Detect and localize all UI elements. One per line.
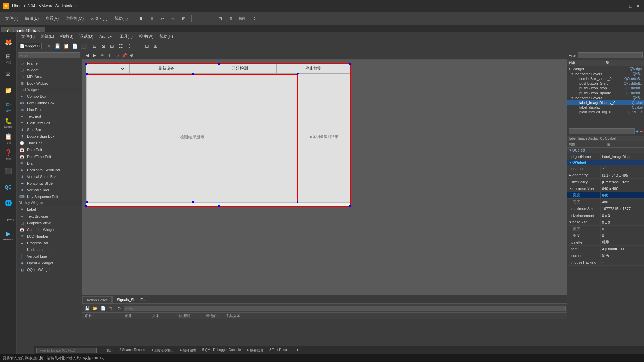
canvas-wrapper[interactable]: ▾ 刷新设备 开始检测 停止检测 xyxy=(82,60,567,295)
widget-item-fontcombo[interactable]: A▾ Font Combo Box xyxy=(17,100,82,106)
tree-item-btnstart[interactable]: pushButton_Start QPushButt... xyxy=(567,81,644,86)
menu-help[interactable]: 帮助(H) xyxy=(112,15,131,22)
qt-menu-file[interactable]: 文件(F) xyxy=(19,33,37,40)
widget-item-hslider[interactable]: ⬌ Horizontal Slider xyxy=(17,180,82,187)
widget-item-frame[interactable]: ▭ Frame xyxy=(17,60,82,67)
status-tab-compile[interactable]: 4 编译输出 xyxy=(177,348,199,353)
prop-mousetracking[interactable]: mouseTracking ✓ xyxy=(567,259,644,266)
widget-item-datetimeedit[interactable]: 📅 Date/Time Edit xyxy=(17,153,82,160)
widget-item-textedit[interactable]: ≡ Text Edit xyxy=(17,113,82,120)
widget-item-vscrollbar[interactable]: ⬍ Vertical Scroll Bar xyxy=(17,173,82,180)
prop-basewidth[interactable]: 宽度 0 xyxy=(567,226,644,232)
widget-item-mdi[interactable]: ⊟ MDI Area xyxy=(17,73,82,80)
bt-save[interactable]: 💾 xyxy=(84,305,90,312)
ct-back[interactable]: ◀ xyxy=(84,52,90,59)
tb-btn-3[interactable]: ↩ xyxy=(158,14,167,23)
widget-item-label[interactable]: A Label xyxy=(17,206,82,213)
prop-minimumsize[interactable]: ▾ minimumSize 640 x 480 xyxy=(567,185,644,192)
status-tab-issues[interactable]: 1 问题2 xyxy=(99,348,116,353)
props-filter-input[interactable] xyxy=(578,52,643,58)
sidebar-qt-opencv[interactable]: qt_opency xyxy=(1,212,16,227)
canvas-right-panel[interactable]: 显示图像识别结果 xyxy=(298,74,350,203)
tree-item-widget[interactable]: ▾ Widget QWidget xyxy=(567,66,644,71)
props-filter2-input[interactable] xyxy=(569,128,635,134)
canvas-btn-start[interactable]: 开始检测 xyxy=(203,64,277,73)
pause-button[interactable]: ⏸ xyxy=(136,14,146,23)
qt-menu-tools[interactable]: 工具(T) xyxy=(117,33,136,40)
tb-btn-4[interactable]: ↪ xyxy=(168,14,178,23)
tree-item-btnupdate[interactable]: pushButton_update QPushButt... xyxy=(567,90,644,95)
prop-palette[interactable]: palette 继承 xyxy=(567,239,644,246)
tb-btn-9[interactable]: ⊠ xyxy=(226,14,236,23)
design-canvas[interactable]: ▾ 刷新设备 开始检测 停止检测 xyxy=(86,63,351,207)
sidebar-email[interactable]: ✉ xyxy=(1,67,16,82)
prop-cat-qobject[interactable]: ▾ QObject xyxy=(567,148,644,153)
prop-enabled[interactable]: enabled ✓ xyxy=(567,165,644,172)
prop-baseheight[interactable]: 高度 0 xyxy=(567,232,644,239)
qt-tool-h[interactable]: ⊟ xyxy=(91,42,99,50)
prop-maximumsize[interactable]: maximumSize 16777215 x 1677... xyxy=(567,205,644,212)
ct-pin[interactable]: 📌 xyxy=(121,52,128,59)
close-button[interactable]: ✕ xyxy=(635,3,641,9)
qt-tool-close[interactable]: ✕ xyxy=(45,42,53,50)
widget-item-dock[interactable]: ⊞ Dock Widget xyxy=(17,80,82,87)
widget-item-progressbar[interactable]: ▰ Progress Bar xyxy=(17,240,82,246)
tree-item-hlayout2[interactable]: ▾ horizontalLayout_2 QHB... xyxy=(567,95,644,100)
sidebar-release[interactable]: ▶ Release xyxy=(1,228,16,243)
qt-tool-copy1[interactable]: 📋 xyxy=(62,42,70,50)
ct-text[interactable]: T xyxy=(106,52,113,59)
widget-item-hscrollbar[interactable]: ⬌ Horizontal Scroll Bar xyxy=(17,167,82,173)
tb-btn-6[interactable]: □ xyxy=(194,14,204,23)
qt-tool-v[interactable]: ⊠ xyxy=(99,42,107,50)
canvas-btn-stop[interactable]: 停止检测 xyxy=(277,64,350,73)
canvas-left-panel[interactable]: 检测结果显示 xyxy=(86,74,298,203)
tree-item-label-imagedisplay[interactable]: label_ImageDisplay_0 QLabel xyxy=(567,100,644,105)
status-search-input[interactable] xyxy=(36,348,97,353)
widget-item-doublespinbox[interactable]: ⬍ Double Spin Box xyxy=(17,133,82,140)
qt-tool-save[interactable]: 💾 xyxy=(53,42,61,50)
prop-geometry[interactable]: ▸ geometry {1,1}, 640 x 495 xyxy=(567,172,644,179)
qt-tool-more[interactable]: ⊞ xyxy=(152,42,160,50)
status-arrow[interactable]: ⬆ xyxy=(296,348,299,352)
ct-pencil[interactable]: ✏ xyxy=(99,52,106,59)
tree-item-btnstop[interactable]: pushButton_stop QPushButt... xyxy=(567,86,644,90)
widget-item-graphicsview[interactable]: ◫ Graphics View xyxy=(17,220,82,226)
maximize-button[interactable]: □ xyxy=(627,3,634,9)
widget-item-dateedit[interactable]: 📅 Date Edit xyxy=(17,146,82,153)
widget-item-combo[interactable]: ▾ Combo Box xyxy=(17,93,82,100)
prop-font[interactable]: font A [Ubuntu, 11] xyxy=(567,246,644,252)
widget-item-qquick[interactable]: ◧ QQuickWidget xyxy=(17,266,82,273)
minimize-button[interactable]: ─ xyxy=(620,3,627,9)
tb-btn-11[interactable]: ⛶ xyxy=(248,14,257,23)
canvas-btn-refresh[interactable]: 刷新设备 xyxy=(130,64,203,73)
tb-btn-2[interactable]: 🖥 xyxy=(147,14,156,23)
bt-delete[interactable]: 🗑 xyxy=(108,305,114,312)
qt-tool-split[interactable]: ⋮ xyxy=(125,42,133,50)
combo-video-select[interactable] xyxy=(88,66,125,71)
qt-menu-debug[interactable]: 调试(D) xyxy=(77,33,96,40)
canvas-combo-video[interactable]: ▾ xyxy=(86,64,130,73)
props-del-button[interactable]: − xyxy=(640,129,643,134)
qt-menu-help[interactable]: 帮助(H) xyxy=(157,33,176,40)
tb-btn-7[interactable]: — xyxy=(205,14,214,23)
qt-menu-edit[interactable]: 编辑(E) xyxy=(38,33,57,40)
bt-settings[interactable]: ⚙ xyxy=(116,305,122,312)
sidebar-overview[interactable]: ⊞ 概览 xyxy=(1,51,16,66)
prop-cat-qwidget[interactable]: ▾ QWidget xyxy=(567,160,644,165)
widget-item-vline[interactable]: │ Vertical Line xyxy=(17,253,82,260)
qt-tool-break[interactable]: ⬚ xyxy=(134,42,142,50)
widget-item-widget[interactable]: ▢ Widget xyxy=(17,67,82,73)
widget-item-dial[interactable]: ◎ Dial xyxy=(17,160,82,167)
prop-height[interactable]: 高度 480 xyxy=(567,199,644,205)
widget-filter-input[interactable] xyxy=(18,52,80,58)
tree-item-combovideo[interactable]: comboBox_video_0 QComboB... xyxy=(567,76,644,81)
menu-view[interactable]: 查看(V) xyxy=(43,15,61,22)
status-tab-search[interactable]: 2 Search Results xyxy=(117,348,148,353)
sidebar-files[interactable]: 📁 xyxy=(1,83,16,98)
sidebar-design[interactable]: ✏ 设计 xyxy=(1,99,16,114)
status-tab-qml[interactable]: 5 QML Debugger Console xyxy=(200,348,244,353)
prop-sizeincrement[interactable]: sizeIncrement 0 x 0 xyxy=(567,212,644,219)
qt-tool-grid[interactable]: ⊞ xyxy=(108,42,116,50)
action-editor-tab[interactable]: Action Editor xyxy=(82,296,112,303)
widget-item-vslider[interactable]: ⬍ Vertical Slider xyxy=(17,187,82,193)
